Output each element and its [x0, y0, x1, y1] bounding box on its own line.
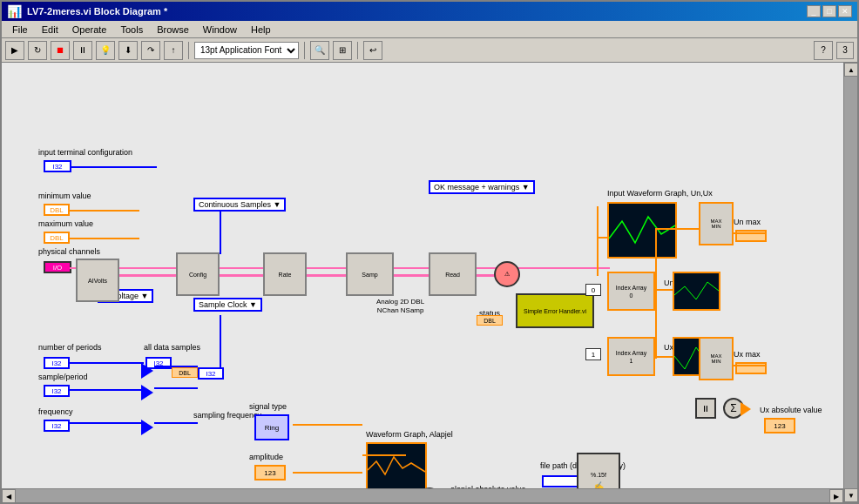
- wire-un-graph: [655, 289, 673, 291]
- daq-node-5: Read: [429, 252, 477, 296]
- term-frequency: I32: [44, 420, 70, 432]
- run-cont-button[interactable]: ↻: [28, 41, 47, 60]
- wire-v-ux: [655, 289, 657, 359]
- wire-input-terminal: [70, 166, 157, 168]
- block-diagram-canvas[interactable]: input terminal configuration I32 minimum…: [2, 63, 857, 502]
- wire-sample-period: [70, 389, 144, 391]
- wire-waveform-max: [655, 228, 699, 230]
- menu-bar: File Edit Operate Tools Browse Window He…: [2, 21, 857, 38]
- term-minimum-value: DBL: [44, 204, 70, 216]
- run-button[interactable]: ▶: [5, 41, 24, 60]
- waveform-graph-alapjel[interactable]: [366, 442, 427, 490]
- scroll-left-button[interactable]: ◀: [2, 489, 16, 502]
- zoom-btn[interactable]: 🔍: [310, 41, 329, 60]
- label-analog-2d: Analog 2D DBLNChan NSamp: [376, 298, 424, 314]
- highlight-button[interactable]: 💡: [96, 41, 115, 60]
- toolbar-separator-3: [357, 42, 358, 59]
- wire-v-un: [655, 228, 657, 293]
- label-un-max: Un max: [734, 218, 761, 226]
- label-sample-period: sample/period: [38, 373, 88, 381]
- un-graph[interactable]: [673, 272, 720, 311]
- scrollbar-horizontal[interactable]: ◀ ▶: [2, 488, 843, 502]
- wire-ux-graph: [655, 356, 673, 358]
- wire-orange-low: [293, 472, 362, 474]
- window-title: LV7-2meres.vi Block Diagram *: [27, 6, 167, 17]
- label-waveform-graph: Waveform Graph, Alapjel: [366, 430, 453, 439]
- daq-node-3: Rate: [263, 252, 307, 296]
- scroll-track-h[interactable]: [16, 489, 829, 502]
- minimize-button[interactable]: _: [807, 5, 821, 17]
- index-array-un: Index Array 0: [607, 272, 655, 311]
- menu-window[interactable]: Window: [196, 23, 244, 37]
- wire-v-sample-clock: [220, 315, 221, 367]
- scroll-right-button[interactable]: ▶: [829, 489, 843, 502]
- sample-clock-dropdown[interactable]: Sample Clock ▼: [193, 298, 262, 312]
- scroll-track-v[interactable]: [844, 77, 857, 488]
- scroll-down-button[interactable]: ▼: [844, 488, 857, 502]
- close-button[interactable]: ✕: [838, 5, 852, 17]
- wire-physical-channels: [70, 267, 610, 269]
- main-window: 📊 LV7-2meres.vi Block Diagram * _ □ ✕ Fi…: [0, 0, 859, 504]
- menu-file[interactable]: File: [5, 23, 35, 37]
- wire-to-waveform: [597, 237, 609, 239]
- pause-button[interactable]: ⏸: [73, 41, 92, 60]
- menu-help[interactable]: Help: [244, 23, 278, 37]
- wire-sample-out: [154, 387, 198, 389]
- menu-edit[interactable]: Edit: [35, 23, 65, 37]
- help-button[interactable]: ?: [814, 41, 833, 60]
- menu-tools[interactable]: Tools: [113, 23, 150, 37]
- term-physical-channels: I/O: [44, 261, 71, 273]
- menu-operate[interactable]: Operate: [65, 23, 114, 37]
- continuous-samples-dropdown[interactable]: Continuous Samples ▼: [193, 198, 286, 212]
- dbl-node-1: DBL: [172, 367, 198, 378]
- input-waveform-graph[interactable]: [607, 202, 677, 259]
- label-maximum-value: maximum value: [38, 219, 93, 228]
- compare-node-2: [141, 385, 153, 400]
- daq-node-1: AIVolts: [76, 259, 119, 302]
- amplitude-ctrl[interactable]: 123: [254, 465, 286, 480]
- term-sampling-freq: I32: [198, 367, 224, 380]
- wire-frequency: [70, 422, 144, 424]
- ok-message-dropdown[interactable]: OK message + warnings ▼: [429, 180, 535, 194]
- toolbar: ▶ ↻ ⏹ ⏸ 💡 ⬇ ↷ ↑ 13pt Application Font 🔍 …: [2, 38, 857, 63]
- wire-v-daq-waveform: [597, 206, 599, 276]
- const-1: 1: [585, 348, 601, 360]
- wire-daq-3-4: [307, 274, 346, 277]
- maximize-button[interactable]: □: [822, 5, 836, 17]
- wire-daq-4-5: [394, 274, 429, 277]
- wire-ux-max: [734, 365, 765, 366]
- step-into-button[interactable]: ⬇: [118, 41, 138, 60]
- term-input-terminal: I32: [44, 160, 71, 172]
- divide-node: [741, 402, 751, 416]
- label-num-periods: number of periods: [38, 343, 102, 352]
- abort-button[interactable]: ⏹: [51, 41, 70, 60]
- label-all-data-samples: all data samples: [144, 343, 200, 352]
- label-frequency: frequency: [38, 407, 73, 416]
- index-array-ux: Index Array 1: [607, 337, 655, 376]
- counter-display: 3: [836, 42, 854, 59]
- step-out-button[interactable]: ↑: [164, 41, 183, 60]
- wire-max-val: [70, 238, 139, 239]
- menu-browse[interactable]: Browse: [150, 23, 196, 37]
- window-controls: _ □ ✕: [807, 5, 852, 17]
- label-ux-abs: Ux absolute value: [760, 406, 822, 414]
- simple-error-handler: Simple Error Handler.vi: [516, 293, 594, 328]
- label-sampling-freq: sampling frequency: [193, 411, 261, 420]
- wire-daq-2-3: [220, 274, 263, 277]
- wire-un-max: [734, 232, 765, 234]
- label-physical-channels: physical channels: [38, 247, 100, 256]
- dbl-node-2: DBL: [477, 315, 503, 326]
- max-min-block-ux: MAX MIN: [699, 337, 734, 380]
- step-over-button[interactable]: ↷: [141, 41, 160, 60]
- scrollbar-vertical[interactable]: ▲ ▼: [843, 63, 857, 502]
- daq-node-2: Config: [176, 252, 220, 296]
- zoom2-btn[interactable]: ⊞: [333, 41, 352, 60]
- term-sample-period: I32: [44, 385, 70, 397]
- undo-button[interactable]: ↩: [363, 41, 382, 60]
- font-selector[interactable]: 13pt Application Font: [194, 42, 299, 59]
- signal-type-ctrl[interactable]: Ring: [254, 414, 289, 440]
- scroll-up-button[interactable]: ▲: [844, 63, 857, 77]
- max-min-block-un: MAX MIN: [699, 202, 734, 245]
- label-amplitude: amplitude: [249, 453, 283, 461]
- label-ux-max: Ux max: [734, 350, 761, 359]
